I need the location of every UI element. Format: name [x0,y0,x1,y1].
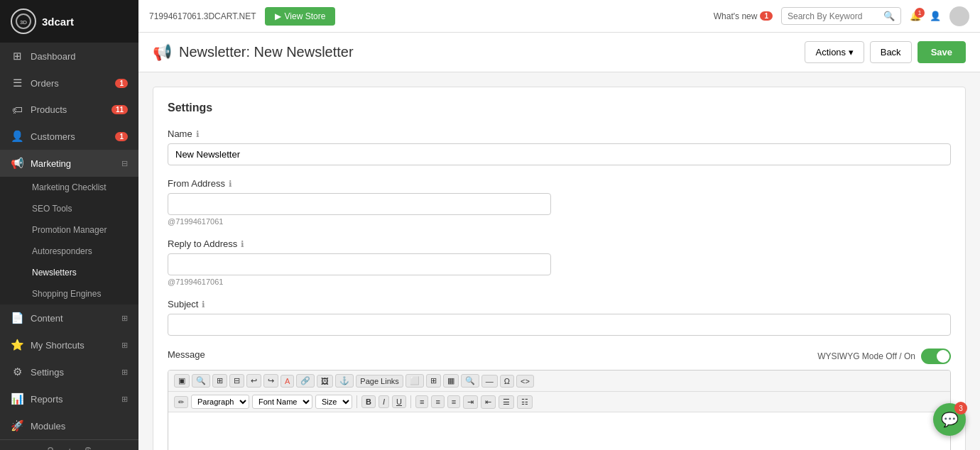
user-menu-button[interactable]: 👤 [930,11,941,21]
tb-bold[interactable]: B [361,395,376,408]
reply-to-info-icon[interactable]: ℹ [241,239,244,249]
shortcuts-icon: ⭐ [11,339,23,351]
name-info-icon[interactable]: ℹ [196,129,200,139]
sidebar-item-seo-tools[interactable]: SEO Tools [0,198,138,219]
tb-indent1[interactable]: ⇥ [463,395,478,409]
tb-anchor[interactable]: ⚓ [335,374,354,388]
save-button[interactable]: Save [918,41,966,63]
sidebar-item-shopping-engines[interactable]: Shopping Engines [0,283,138,304]
avatar[interactable] [949,6,969,26]
star-icon[interactable]: ★ [65,446,75,450]
tb-select-all[interactable]: ▣ [174,374,190,388]
dashboard-icon: ⊞ [11,50,23,62]
tb-underline[interactable]: U [392,395,406,408]
tb-undo[interactable]: ↩ [246,374,261,388]
subject-info-icon[interactable]: ℹ [202,300,205,309]
sidebar-label-shortcuts: My Shortcuts [31,340,85,351]
tb-indent2[interactable]: ⇤ [481,395,496,409]
back-button[interactable]: Back [870,41,912,63]
tb-special[interactable]: Ω [500,375,514,388]
subject-group: Subject ℹ [168,299,951,336]
from-address-input[interactable] [168,193,551,215]
sidebar-item-marketing[interactable]: 📢 Marketing ⊟ [0,150,138,177]
page-title-area: 📢 Newsletter: New Newsletter [153,43,354,62]
tb-image[interactable]: 🖼 [317,375,333,388]
tb-code[interactable]: <> [516,375,534,388]
sidebar-item-orders[interactable]: ☰ Orders 1 [0,70,138,97]
sidebar-item-content[interactable]: 📄 Content ⊞ [0,304,138,331]
sidebar-footer: ? ★ $ [0,439,138,450]
sidebar-item-dashboard[interactable]: ⊞ Dashboard [0,43,138,70]
tb-color[interactable]: A [281,375,294,388]
whats-new-label: What's new [714,11,758,21]
subject-input[interactable] [168,314,951,336]
marketing-icon: 📢 [11,157,23,170]
paragraph-select[interactable]: Paragraph [191,395,249,409]
wysiwyg-toggle: WYSIWYG Mode Off / On [817,349,951,364]
content-area: Settings Name ℹ From Address ℹ @71994617… [138,72,980,450]
shortcuts-expand-icon: ⊞ [121,341,128,350]
notification-button[interactable]: 🔔 1 [910,11,921,21]
sidebar-label-products: Products [31,104,67,115]
sidebar: 3D 3dcart ⊞ Dashboard ☰ Orders 1 🏷 Produ… [0,0,138,450]
tb-preview[interactable]: ⊟ [229,374,244,388]
chat-badge: 3 [954,402,967,415]
tb-align-right[interactable]: ≡ [447,395,460,408]
reply-to-label: Reply to Address ℹ [168,238,951,249]
sidebar-item-products[interactable]: 🏷 Products 11 [0,97,138,123]
tb-link[interactable]: 🔗 [296,374,315,388]
svg-text:3D: 3D [20,19,27,26]
sidebar-item-customers[interactable]: 👤 Customers 1 [0,123,138,150]
tb-redo[interactable]: ↪ [263,374,278,388]
view-store-button[interactable]: ▶ View Store [265,7,336,26]
tb-align-left[interactable]: ≡ [415,395,428,408]
chat-icon: 💬 [941,411,959,428]
tb-source[interactable]: ⊞ [212,374,227,388]
tb-table2[interactable]: ⊞ [426,374,441,388]
help-icon[interactable]: ? [48,446,54,450]
sidebar-label-reports: Reports [31,394,63,405]
dollar-icon[interactable]: $ [85,446,92,450]
chat-bubble-button[interactable]: 💬 3 [933,403,966,436]
sidebar-item-promotion-manager[interactable]: Promotion Manager [0,219,138,241]
tb-page-links[interactable]: Page Links [356,375,403,388]
sidebar-item-my-shortcuts[interactable]: ⭐ My Shortcuts ⊞ [0,331,138,358]
tb-find[interactable]: 🔍 [192,374,210,388]
wysiwyg-switch[interactable] [921,349,951,364]
sidebar-item-settings[interactable]: ⚙ Settings ⊞ [0,358,138,385]
content-expand-icon: ⊞ [121,314,128,323]
from-address-group: From Address ℹ @71994617061 [168,178,951,226]
font-name-select[interactable]: Font Name [252,395,312,409]
font-size-select[interactable]: Size [315,395,352,409]
sidebar-logo: 3D 3dcart [0,0,138,43]
tb-line[interactable]: — [481,375,498,388]
search-input[interactable] [788,11,880,21]
marketing-submenu: Marketing Checklist SEO Tools Promotion … [0,177,138,304]
products-icon: 🏷 [11,104,23,116]
sidebar-item-marketing-checklist[interactable]: Marketing Checklist [0,177,138,198]
header-actions: Actions ▾ Back Save [805,41,966,63]
tb-list1[interactable]: ☰ [499,395,514,409]
content-icon: 📄 [11,312,23,324]
sidebar-item-autoresponders[interactable]: Autoresponders [0,241,138,262]
sidebar-item-modules[interactable]: 🚀 Modules [0,412,138,439]
tb-table[interactable]: ⬜ [405,374,424,388]
tb-italic[interactable]: I [379,395,389,408]
name-input[interactable] [168,143,951,165]
whats-new-button[interactable]: What's new 1 [714,11,773,21]
customers-icon: 👤 [11,130,23,143]
reply-to-input[interactable] [168,253,551,275]
from-address-hint: @71994617061 [168,217,951,226]
logo-text: 3dcart [42,16,74,28]
tb-table3[interactable]: ▦ [443,374,459,388]
sidebar-item-newsletters[interactable]: Newsletters [0,262,138,283]
sidebar-item-reports[interactable]: 📊 Reports ⊞ [0,385,138,412]
tb-list2[interactable]: ☷ [517,395,533,409]
editor-area: ▣ 🔍 ⊞ ⊟ ↩ ↪ A 🔗 🖼 ⚓ Page Links ⬜ ⊞ ▦ [168,370,951,450]
tb-spell[interactable]: 🔍 [461,374,479,388]
tb-align-center[interactable]: ≡ [431,395,444,408]
editor-body[interactable] [168,412,950,450]
actions-button[interactable]: Actions ▾ [805,41,864,63]
editor-toolbar-1: ▣ 🔍 ⊞ ⊟ ↩ ↪ A 🔗 🖼 ⚓ Page Links ⬜ ⊞ ▦ [168,371,950,392]
from-address-info-icon[interactable]: ℹ [229,179,232,189]
